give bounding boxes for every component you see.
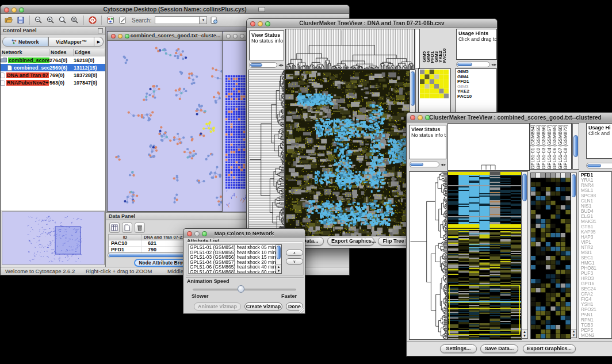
- close-button[interactable]: [226, 34, 231, 39]
- gene-label[interactable]: RNR4: [581, 183, 611, 188]
- global-heatmap[interactable]: [285, 70, 410, 236]
- gene-label[interactable]: HAP3: [581, 235, 611, 240]
- gene-label[interactable]: HRD3: [581, 276, 611, 281]
- gene-label[interactable]: BUD4: [581, 209, 611, 214]
- treeview2-titlebar[interactable]: ClusterMaker TreeView : combined_scores_…: [407, 113, 612, 122]
- network-row-selected[interactable]: combined_sco 2569(6) 13112(15): [1, 64, 105, 71]
- vscrollbar-thumb[interactable]: [522, 174, 527, 201]
- gene-label[interactable]: ELG1: [581, 214, 611, 219]
- search-input[interactable]: [155, 16, 200, 24]
- gene-label[interactable]: PFD1: [581, 173, 611, 178]
- delete-attribute-trash-icon[interactable]: [135, 223, 145, 233]
- gene-label[interactable]: PAC10: [457, 94, 496, 99]
- gene-label[interactable]: YSH1: [581, 302, 611, 307]
- hints-zoom-slider[interactable]: ◀▶: [456, 61, 497, 68]
- attribute-list-scrollbar[interactable]: ▲▼: [276, 244, 282, 274]
- network-row[interactable]: RNAPuberNov2+ 563(0) 107847(0): [1, 79, 105, 86]
- help-lifebuoy-icon[interactable]: [87, 15, 98, 25]
- slider-arrows[interactable]: ◀▶: [277, 63, 284, 67]
- slider-thumb[interactable]: [410, 163, 423, 166]
- zoom-heatmap[interactable]: [420, 70, 449, 98]
- vscrollbar-thumb[interactable]: [411, 71, 415, 106]
- heatmap-vscrollbar[interactable]: ▲▼: [521, 171, 528, 339]
- row-dendrogram[interactable]: [409, 171, 447, 340]
- vscrollbar-thumb[interactable]: [277, 246, 281, 259]
- slider-thumb[interactable]: [457, 63, 472, 66]
- gene-label[interactable]: CLN1: [581, 198, 611, 204]
- gene-label[interactable]: MON2: [581, 333, 611, 338]
- zoom-slider[interactable]: ◀▶: [409, 161, 446, 168]
- treeview1-titlebar[interactable]: ClusterMaker TreeView : DNA and Tran 07-…: [247, 19, 497, 28]
- export-graphics-button[interactable]: Export Graphics...: [327, 237, 374, 246]
- zoom-selected-icon[interactable]: [70, 15, 80, 25]
- gene-label[interactable]: GTB1: [581, 224, 611, 229]
- animate-vizmap-button[interactable]: Animate Vizmap: [194, 302, 241, 311]
- zoom-in-icon[interactable]: [45, 15, 56, 25]
- main-titlebar[interactable]: Cytoscape Desktop (Session Name: collins…: [1, 5, 349, 14]
- gene-label[interactable]: MSI1: [581, 250, 611, 255]
- float-panel-icon[interactable]: [98, 28, 103, 33]
- col-header-edges[interactable]: Edges: [74, 49, 105, 56]
- column-dendrogram[interactable]: [285, 29, 415, 70]
- gene-label[interactable]: PEP5: [581, 328, 611, 333]
- gene-label[interactable]: HMG1: [581, 260, 611, 266]
- gene-label[interactable]: SEC24: [581, 286, 611, 292]
- save-data-button[interactable]: Save Data...: [480, 344, 518, 353]
- zoom-button[interactable]: [240, 34, 244, 39]
- network-row[interactable]: DNA and Tran 07 769(0) 183728(0): [1, 71, 105, 79]
- tab-overflow-arrow[interactable]: ▶: [94, 37, 104, 47]
- gene-label[interactable]: NTR2: [581, 245, 611, 250]
- slider-arrows[interactable]: ◀▶: [439, 163, 446, 166]
- zoom-vscrollbar[interactable]: ▲▼: [571, 173, 577, 338]
- create-vizmap-button[interactable]: Create Vizmap: [244, 302, 282, 311]
- search-combobox[interactable]: ▼: [155, 16, 207, 24]
- settings-button[interactable]: Settings...: [440, 344, 477, 353]
- label-scroll-strip[interactable]: [415, 29, 420, 68]
- toolbar-toggle-widget[interactable]: [258, 7, 265, 12]
- minimize-button[interactable]: [233, 34, 238, 39]
- row-dendrogram[interactable]: [248, 70, 285, 236]
- scrollbar-arrows[interactable]: ▲▼: [571, 329, 576, 338]
- attribute-item[interactable]: GPL51-07 (GSM868) heat shock 60 min: [190, 270, 281, 274]
- open-file-icon[interactable]: [3, 15, 14, 25]
- gene-label[interactable]: TCB3: [581, 323, 611, 328]
- global-heatmap[interactable]: [447, 171, 522, 340]
- gene-label[interactable]: SPC98: [581, 193, 611, 198]
- slider-thumb[interactable]: [238, 285, 244, 293]
- gene-label[interactable]: KAP95: [581, 229, 611, 235]
- zoom-out-icon[interactable]: [33, 15, 44, 25]
- gene-label[interactable]: NIS1: [581, 204, 611, 209]
- save-icon[interactable]: [16, 15, 26, 25]
- move-down-button[interactable]: ∨: [286, 258, 303, 265]
- gene-label[interactable]: RPN1: [581, 317, 611, 323]
- animation-speed-slider[interactable]: [193, 289, 296, 290]
- gene-label[interactable]: YRA1: [581, 178, 611, 183]
- scrollbar-arrows[interactable]: ▲▼: [276, 265, 281, 273]
- slider-thumb[interactable]: [250, 63, 262, 67]
- export-graphics-button[interactable]: Export Graphics...: [523, 344, 576, 353]
- col-header-nodes[interactable]: Nodes: [49, 49, 74, 56]
- tab-vizmapper[interactable]: VizMapper™: [48, 37, 94, 47]
- network-row[interactable]: combined_scores 2764(0) 16218(0): [1, 56, 105, 64]
- vizmapper-icon[interactable]: [105, 15, 116, 25]
- gene-label[interactable]: CPA2: [581, 292, 611, 297]
- annotation-icon[interactable]: [117, 15, 128, 25]
- move-up-button[interactable]: ∧: [286, 250, 303, 256]
- gene-label[interactable]: VIP1: [581, 240, 611, 245]
- hints-zoom-slider[interactable]: ◀▶: [586, 162, 612, 169]
- zoom-slider[interactable]: ◀▶: [249, 62, 284, 68]
- new-attribute-icon[interactable]: [122, 223, 132, 233]
- gene-label[interactable]: PUF3: [581, 271, 611, 276]
- label-vscrollbar[interactable]: [572, 123, 579, 170]
- tab-network[interactable]: Network: [2, 37, 48, 47]
- zoom-fit-icon[interactable]: [58, 15, 68, 25]
- gene-label[interactable]: SEC1: [581, 255, 611, 260]
- select-attributes-icon[interactable]: [109, 223, 120, 233]
- gene-label[interactable]: MAK31: [581, 219, 611, 224]
- vscrollbar-thumb[interactable]: [572, 174, 576, 197]
- slider-arrows[interactable]: ◀▶: [490, 63, 497, 66]
- col-header-network[interactable]: Network: [1, 49, 49, 56]
- column-dendrogram[interactable]: [447, 123, 530, 171]
- slider-thumb[interactable]: [587, 164, 601, 167]
- gene-label[interactable]: PHO81: [581, 266, 611, 271]
